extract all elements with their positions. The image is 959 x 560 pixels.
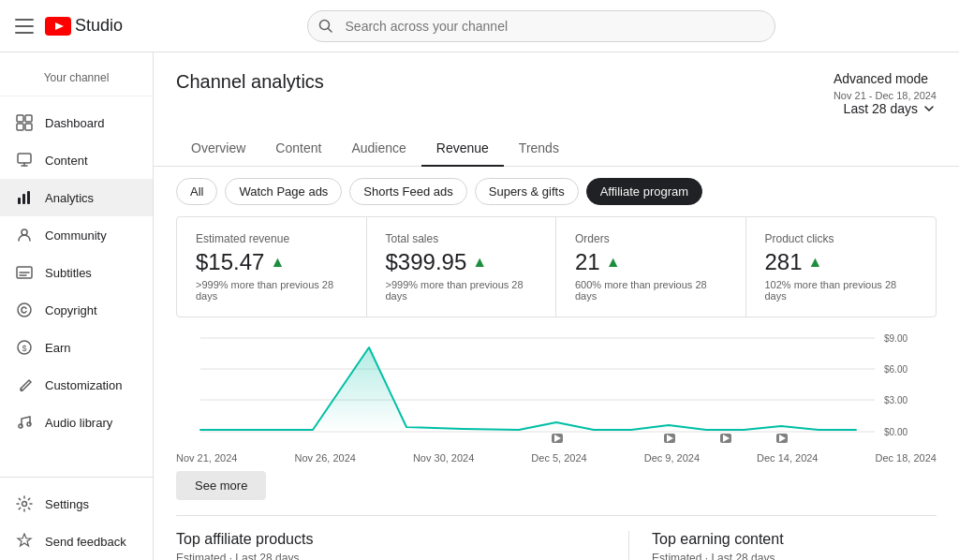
tab-revenue[interactable]: Revenue — [421, 131, 504, 167]
top-affiliate-subtitle: Estimated · Last 28 days — [176, 552, 628, 560]
svg-point-19 — [19, 424, 22, 428]
stat-total-sales-trend: >999% more than previous 28 days — [386, 279, 538, 302]
see-more-button[interactable]: See more — [176, 471, 266, 500]
earn-icon: $ — [15, 338, 34, 357]
tab-audience[interactable]: Audience — [336, 131, 420, 167]
see-more-section: See more — [154, 464, 959, 515]
stat-orders-value: 21 ▲ — [575, 249, 727, 275]
pill-watch-page-ads[interactable]: Watch Page ads — [225, 178, 342, 205]
sidebar-item-content[interactable]: Content — [0, 141, 153, 179]
content-label: Content — [45, 154, 88, 168]
bottom-panels: Top affiliate products Estimated · Last … — [176, 515, 937, 560]
trend-up-icon: ▲ — [270, 254, 285, 271]
sidebar-channel-label: Your channel — [0, 60, 153, 96]
copyright-icon — [15, 301, 34, 319]
stat-estimated-revenue-value: $15.47 ▲ — [196, 249, 347, 275]
sidebar-item-copyright[interactable]: Copyright — [0, 291, 153, 329]
svg-text:$9.00: $9.00 — [884, 333, 907, 344]
sidebar-item-customization[interactable]: Customization — [0, 366, 153, 404]
tab-content[interactable]: Content — [260, 131, 336, 167]
stat-orders-label: Orders — [575, 232, 727, 245]
svg-text:$6.00: $6.00 — [884, 364, 907, 375]
analytics-label: Analytics — [45, 191, 94, 205]
main-content: Channel analytics Advanced mode Nov 21 -… — [154, 52, 959, 560]
pill-shorts-feed-ads[interactable]: Shorts Feed ads — [349, 178, 466, 205]
community-icon — [15, 226, 34, 244]
top-earning-panel: Top earning content Estimated · Last 28 … — [628, 531, 937, 560]
svg-text:$3.00: $3.00 — [884, 395, 907, 405]
chart-container: $9.00 $6.00 $3.00 $0.00 — [176, 329, 937, 464]
analytics-tabs: Overview Content Audience Revenue Trends — [154, 131, 959, 167]
stat-product-clicks-value: 281 ▲ — [765, 249, 918, 275]
revenue-chart: $9.00 $6.00 $3.00 $0.00 — [176, 329, 937, 450]
stat-estimated-revenue: Estimated revenue $15.47 ▲ >999% more th… — [177, 217, 367, 317]
dashboard-label: Dashboard — [45, 116, 105, 130]
tab-overview[interactable]: Overview — [176, 131, 260, 167]
subtitles-icon — [15, 263, 34, 282]
trend-up-icon-2: ▲ — [472, 254, 487, 271]
subtitles-label: Subtitles — [45, 266, 92, 280]
tab-trends[interactable]: Trends — [504, 131, 574, 167]
stat-total-sales-value: $399.95 ▲ — [386, 249, 538, 275]
filter-pills: All Watch Page ads Shorts Feed ads Super… — [154, 167, 959, 216]
stat-product-clicks-trend: 102% more than previous 28 days — [765, 279, 918, 302]
stats-grid: Estimated revenue $15.47 ▲ >999% more th… — [176, 216, 937, 317]
svg-rect-7 — [25, 124, 32, 130]
svg-rect-9 — [18, 198, 21, 204]
stat-estimated-revenue-trend: >999% more than previous 28 days — [196, 279, 347, 302]
search-icon — [318, 19, 333, 34]
sidebar-item-community[interactable]: Community — [0, 216, 153, 254]
svg-rect-4 — [17, 115, 23, 122]
svg-point-20 — [27, 422, 31, 426]
studio-label: Studio — [75, 16, 123, 36]
stat-total-sales-label: Total sales — [386, 232, 538, 245]
pill-all[interactable]: All — [176, 178, 217, 205]
header-left: Studio — [15, 16, 123, 36]
top-earning-title: Top earning content — [652, 531, 937, 548]
svg-text:$0.00: $0.00 — [884, 427, 907, 437]
search-bar — [307, 10, 775, 42]
hamburger-menu-icon[interactable] — [15, 19, 34, 34]
audio-icon — [15, 413, 34, 432]
chart-x-labels: Nov 21, 2024 Nov 26, 2024 Nov 30, 2024 D… — [176, 450, 937, 464]
logo[interactable]: Studio — [45, 16, 123, 36]
trend-up-icon-3: ▲ — [606, 254, 621, 271]
svg-point-12 — [22, 229, 27, 235]
sidebar-item-earn[interactable]: $ Earn — [0, 329, 153, 366]
search-input[interactable] — [307, 10, 775, 42]
sidebar-item-feedback[interactable]: Send feedback — [0, 523, 153, 560]
date-range-dates: Nov 21 - Dec 18, 2024 — [834, 90, 937, 101]
analytics-icon — [15, 188, 34, 207]
date-range-label: Last 28 days — [834, 101, 937, 116]
layout: Your channel Dashboard Content — [0, 52, 959, 560]
sidebar-item-audio-library[interactable]: Audio library — [0, 404, 153, 441]
chevron-down-icon — [922, 101, 937, 116]
stat-estimated-revenue-label: Estimated revenue — [196, 232, 347, 245]
pill-supers-gifts[interactable]: Supers & gifts — [475, 178, 579, 205]
top-affiliate-title: Top affiliate products — [176, 531, 628, 548]
advanced-mode-button[interactable]: Advanced mode — [834, 71, 928, 86]
svg-rect-6 — [17, 124, 23, 130]
header: Studio — [0, 0, 959, 52]
sidebar: Your channel Dashboard Content — [0, 52, 154, 560]
svg-point-16 — [18, 303, 31, 317]
sidebar-item-settings[interactable]: Settings — [0, 485, 153, 523]
sidebar-item-analytics[interactable]: Analytics — [0, 179, 153, 216]
stat-total-sales: Total sales $399.95 ▲ >999% more than pr… — [367, 217, 557, 317]
stat-product-clicks: Product clicks 281 ▲ 102% more than prev… — [746, 217, 937, 317]
top-affiliate-panel: Top affiliate products Estimated · Last … — [176, 531, 628, 560]
stat-orders-trend: 600% more than previous 28 days — [575, 279, 727, 302]
feedback-label: Send feedback — [45, 535, 126, 549]
audio-library-label: Audio library — [45, 416, 112, 430]
sidebar-item-subtitles[interactable]: Subtitles — [0, 254, 153, 291]
stat-product-clicks-label: Product clicks — [765, 232, 918, 245]
pill-affiliate[interactable]: Affiliate program — [586, 178, 702, 205]
svg-line-3 — [328, 28, 332, 32]
top-earning-subtitle: Estimated · Last 28 days — [652, 552, 937, 560]
svg-rect-5 — [25, 115, 32, 122]
svg-text:$: $ — [22, 344, 26, 353]
svg-point-21 — [22, 502, 27, 507]
customization-label: Customization — [45, 378, 122, 392]
sidebar-item-dashboard[interactable]: Dashboard — [0, 104, 153, 141]
stat-orders: Orders 21 ▲ 600% more than previous 28 d… — [556, 217, 746, 317]
